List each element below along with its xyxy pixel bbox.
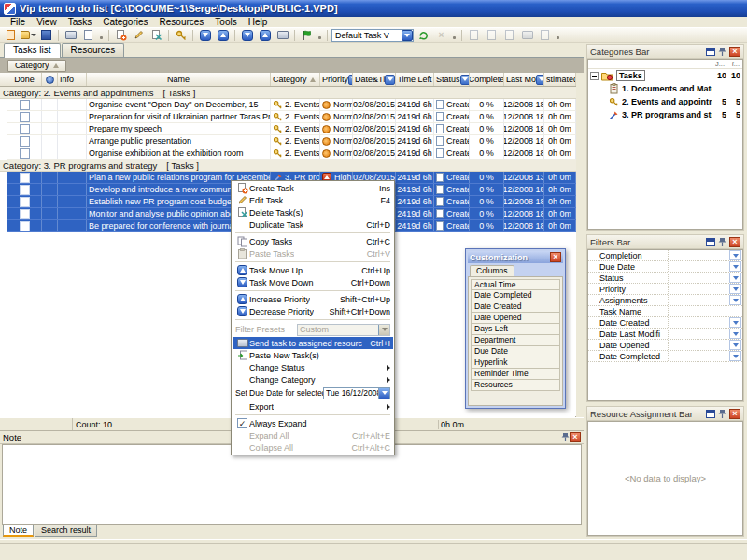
toolbar-overflow-icon[interactable] xyxy=(557,36,559,39)
column-header-priority[interactable]: Priority xyxy=(320,73,353,86)
table-row[interactable]: Organise event "Open Day" on December, 1… xyxy=(7,99,576,111)
column-header-flag[interactable] xyxy=(42,73,58,86)
assign-resource-button[interactable] xyxy=(173,28,189,42)
column-header-date[interactable]: Date&Ti xyxy=(353,73,396,86)
menu-tools[interactable]: Tools xyxy=(210,17,241,28)
task-checkbox[interactable] xyxy=(20,209,30,219)
view-tool-button-2[interactable] xyxy=(484,28,500,42)
customization-title-bar[interactable]: Customization × xyxy=(468,251,563,263)
view-tool-button-5[interactable] xyxy=(537,28,553,42)
menu-item-collapse-all[interactable]: Collapse All Ctrl+Alt+C xyxy=(233,441,393,454)
task-checkbox[interactable] xyxy=(20,124,30,134)
menu-item-decrease-priority[interactable]: Decrease Priority Shift+Ctrl+Down xyxy=(233,305,393,317)
tab-columns[interactable]: Columns xyxy=(470,265,514,276)
increase-priority-button[interactable] xyxy=(257,28,273,42)
column-header-category[interactable]: Category xyxy=(271,73,320,86)
task-checkbox[interactable] xyxy=(20,185,30,195)
view-tool-button-3[interactable] xyxy=(501,28,517,42)
menu-view[interactable]: View xyxy=(32,17,62,28)
menu-item-delete-task[interactable]: Delete Task(s) xyxy=(233,206,393,218)
column-chip-date-completed[interactable]: Date Completed xyxy=(471,290,560,301)
menu-resources[interactable]: Resources xyxy=(155,17,209,28)
table-row[interactable]: Preparation for visit of Ukrainian partn… xyxy=(7,111,576,123)
dropdown-icon[interactable] xyxy=(729,284,741,294)
tree-item-tasks[interactable]: Tasks 10 10 xyxy=(588,69,742,82)
column-chip-resources[interactable]: Resources xyxy=(471,380,560,391)
task-view-combo[interactable]: Default Task V xyxy=(331,29,414,42)
tree-item-documents[interactable]: 1. Documents and Materials xyxy=(588,82,742,95)
column-header-estimated[interactable]: stimated Tim xyxy=(544,73,576,86)
pin-icon[interactable] xyxy=(718,237,726,247)
menu-item-expand-all[interactable]: Expand All Ctrl+Alt+E xyxy=(233,429,393,441)
filter-row-due-date[interactable]: Due Date xyxy=(588,261,742,273)
tab-tasks-list[interactable]: Tasks list xyxy=(4,43,61,58)
print-button[interactable] xyxy=(63,28,78,42)
close-icon[interactable]: × xyxy=(550,252,561,262)
menu-help[interactable]: Help xyxy=(244,17,273,28)
column-header-done[interactable]: Done xyxy=(7,73,42,86)
close-icon[interactable]: × xyxy=(729,237,740,247)
filter-row-date-completed[interactable]: Date Completed xyxy=(588,351,742,362)
edit-task-button[interactable] xyxy=(131,28,147,42)
group-row-pr[interactable]: Category: 3. PR programs and strategy [ … xyxy=(0,160,576,172)
column-chip-date-created[interactable]: Date Created xyxy=(471,301,560,313)
dropdown-icon[interactable] xyxy=(729,351,741,361)
task-checkbox[interactable] xyxy=(20,112,30,122)
filter-row-completion[interactable]: Completion xyxy=(588,250,742,261)
menu-item-paste-new-task[interactable]: Paste New Task(s) xyxy=(233,349,393,361)
new-list-button[interactable] xyxy=(3,28,19,42)
due-date-combo[interactable]: Tue 16/12/2008 xyxy=(323,387,390,399)
maximize-icon[interactable] xyxy=(706,238,715,246)
menu-item-always-expand[interactable]: ✓ Always Expand xyxy=(233,417,393,429)
menu-categories[interactable]: Categories xyxy=(98,17,152,28)
menu-item-increase-priority[interactable]: Increase Priority Shift+Ctrl+Up xyxy=(233,293,393,305)
menu-item-set-due-date[interactable]: Set Due Date for selected tasks Tue 16/1… xyxy=(233,385,393,400)
pin-icon[interactable] xyxy=(718,47,726,57)
menu-tasks[interactable]: Tasks xyxy=(63,17,97,28)
view-tool-button-1[interactable] xyxy=(466,28,482,42)
maximize-icon[interactable] xyxy=(706,48,715,56)
view-tool-button-4[interactable] xyxy=(519,28,535,42)
menu-item-task-move-up[interactable]: Task Move Up Ctrl+Up xyxy=(233,264,393,276)
menu-item-change-category[interactable]: Change Category xyxy=(233,373,393,385)
menu-item-copy-tasks[interactable]: Copy Tasks Ctrl+C xyxy=(233,235,393,247)
column-chip-date-opened[interactable]: Date Opened xyxy=(471,313,560,324)
pin-icon[interactable] xyxy=(561,432,570,442)
column-header-time-left[interactable]: Time Left xyxy=(396,73,434,86)
dropdown-icon[interactable] xyxy=(729,329,741,339)
tab-resources[interactable]: Resources xyxy=(62,43,125,57)
dropdown-icon[interactable] xyxy=(729,250,741,260)
delete-view-button[interactable]: × xyxy=(433,28,449,42)
task-checkbox[interactable] xyxy=(20,100,30,110)
menu-item-duplicate-task[interactable]: Duplicate Task Ctrl+D xyxy=(233,218,393,231)
dropdown-icon[interactable] xyxy=(378,388,389,399)
dropdown-icon[interactable] xyxy=(729,273,741,283)
dropdown-icon[interactable] xyxy=(729,340,741,350)
column-chip-actual-time[interactable]: Actual Time xyxy=(471,279,560,290)
task-move-up-button[interactable] xyxy=(215,28,231,42)
tree-item-pr[interactable]: 3. PR programs and strategy 5 5 xyxy=(588,108,742,121)
dropdown-icon[interactable] xyxy=(729,295,741,305)
close-icon[interactable]: × xyxy=(729,409,740,419)
filter-row-task-name[interactable]: Task Name xyxy=(588,306,742,317)
task-move-down-button[interactable] xyxy=(197,28,213,42)
column-chip-reminder-time[interactable]: Reminder Time xyxy=(471,369,560,380)
task-checkbox[interactable] xyxy=(20,148,30,159)
task-checkbox[interactable] xyxy=(20,173,30,183)
group-by-category-button[interactable]: Category xyxy=(7,60,66,72)
menu-item-export[interactable]: Export xyxy=(233,400,393,413)
task-checkbox[interactable] xyxy=(20,221,30,231)
filter-row-date-last-modified[interactable]: Date Last Modifi xyxy=(588,329,742,340)
menu-item-filter-presets[interactable]: Filter Presets Custom xyxy=(233,322,393,337)
close-icon[interactable]: × xyxy=(570,432,581,442)
column-chip-days-left[interactable]: Days Left xyxy=(471,324,560,335)
toolbar-overflow-icon[interactable] xyxy=(318,36,321,39)
column-header-info[interactable]: Info xyxy=(58,73,87,86)
column-header-complete[interactable]: Complete xyxy=(470,73,504,86)
filter-dropdown-icon[interactable] xyxy=(536,75,544,85)
maximize-icon[interactable] xyxy=(706,410,715,418)
filter-dropdown-icon[interactable] xyxy=(460,75,470,85)
filter-row-status[interactable]: Status xyxy=(588,273,742,284)
menu-item-create-task[interactable]: Create Task Ins xyxy=(233,182,393,194)
filter-dropdown-icon[interactable] xyxy=(385,75,395,85)
